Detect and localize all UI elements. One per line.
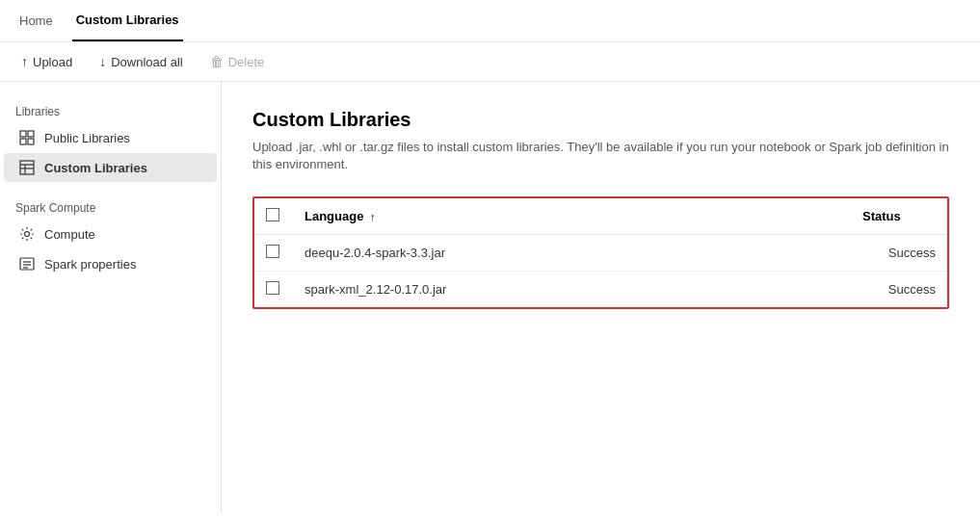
upload-icon: ↑ — [21, 54, 28, 69]
sidebar-item-label: Custom Libraries — [44, 161, 147, 175]
table-body: deequ-2.0.4-spark-3.3.jar Success spark-… — [254, 235, 947, 308]
sidebar-item-label: Spark properties — [44, 257, 136, 272]
col-header-language[interactable]: Language ↑ — [293, 198, 851, 235]
svg-rect-1 — [28, 131, 34, 137]
nav-custom-libraries[interactable]: Custom Libraries — [72, 0, 183, 41]
sidebar: Libraries Public Libraries — [0, 82, 222, 512]
page-description: Upload .jar, .whl or .tar.gz files to in… — [252, 139, 949, 173]
row-checkbox-cell — [254, 272, 293, 308]
sidebar-item-label: Compute — [44, 227, 95, 242]
row-status: Success — [851, 235, 947, 272]
page-title: Custom Libraries — [252, 109, 949, 131]
libraries-table: Language ↑ Status deequ-2.0.4-spark-3.3.… — [254, 198, 947, 307]
row-checkbox[interactable] — [266, 245, 279, 258]
table-row: spark-xml_2.12-0.17.0.jar Success — [254, 272, 947, 308]
svg-rect-2 — [20, 139, 26, 144]
row-filename: deequ-2.0.4-spark-3.3.jar — [293, 235, 851, 272]
table-header-row: Language ↑ Status — [254, 198, 947, 235]
nav-home[interactable]: Home — [15, 0, 57, 41]
sidebar-item-compute[interactable]: Compute — [4, 220, 217, 248]
row-checkbox[interactable] — [266, 281, 279, 295]
svg-point-8 — [25, 232, 30, 237]
col-header-checkbox — [254, 198, 293, 235]
sort-arrow-icon: ↑ — [370, 211, 376, 222]
toolbar: ↑ Upload ↓ Download all 🗑 Delete — [0, 42, 980, 82]
main-content: Custom Libraries Upload .jar, .whl or .t… — [222, 82, 980, 512]
delete-icon: 🗑 — [210, 54, 224, 69]
spark-compute-section-label: Spark Compute — [0, 194, 221, 219]
sidebar-item-public-libraries[interactable]: Public Libraries — [4, 123, 217, 152]
header-checkbox[interactable] — [266, 208, 279, 221]
sidebar-item-spark-properties[interactable]: Spark properties — [4, 249, 217, 278]
row-status: Success — [851, 272, 947, 308]
gear-icon — [19, 226, 35, 242]
sidebar-item-custom-libraries[interactable]: Custom Libraries — [4, 153, 217, 182]
svg-rect-4 — [20, 161, 34, 174]
main-layout: Libraries Public Libraries — [0, 82, 980, 512]
download-all-button[interactable]: ↓ Download all — [93, 50, 188, 73]
sidebar-item-label: Public Libraries — [44, 131, 130, 145]
download-icon: ↓ — [99, 54, 106, 69]
col-header-status: Status — [851, 198, 947, 235]
table-icon — [19, 160, 35, 175]
svg-rect-0 — [20, 131, 26, 137]
delete-button[interactable]: 🗑 Delete — [204, 50, 271, 73]
list-icon — [19, 256, 35, 272]
libraries-section-label: Libraries — [0, 97, 221, 122]
upload-button[interactable]: ↑ Upload — [15, 50, 78, 73]
svg-rect-3 — [28, 139, 34, 144]
grid-icon — [19, 130, 35, 145]
top-nav: Home Custom Libraries — [0, 0, 980, 42]
table-row: deequ-2.0.4-spark-3.3.jar Success — [254, 235, 947, 272]
libraries-table-container: Language ↑ Status deequ-2.0.4-spark-3.3.… — [252, 196, 949, 309]
row-filename: spark-xml_2.12-0.17.0.jar — [293, 272, 851, 308]
row-checkbox-cell — [254, 235, 293, 272]
